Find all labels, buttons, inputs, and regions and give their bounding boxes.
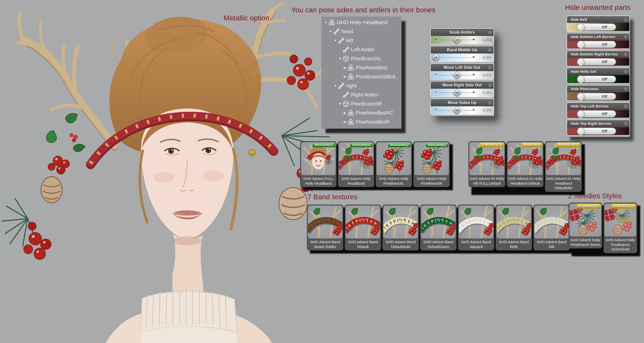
wearable-thumbnail[interactable]: Wearable(s)GHD Advent Holly PineBranchR	[413, 141, 450, 187]
toggle-knob[interactable]	[577, 23, 585, 31]
material-thumbnail[interactable]: H.Material(s)GHD Advent 01 Holly Headban…	[545, 141, 582, 192]
bone-tree-label: PineBranchSBHL	[356, 74, 397, 80]
gear-icon[interactable]: ⚙	[488, 100, 492, 105]
toggle-switch[interactable]: Off	[577, 110, 616, 117]
slider-handle[interactable]	[453, 107, 461, 114]
band-texture-thumbnail[interactable]: GHD Advent Band Silk	[533, 205, 570, 251]
scene-hierarchy-panel: ▼GHD Holly Headband▼head▼leftLeft Antler…	[321, 17, 401, 129]
gear-icon[interactable]: ⚙	[624, 86, 628, 91]
thumbnail-label: GHD Advent Band DefaultGold	[383, 238, 418, 249]
tree-expand-arrow[interactable]: ▼	[333, 84, 338, 87]
slider-plus-button[interactable]: +	[472, 55, 475, 60]
slider-value: 0.0%	[483, 55, 491, 60]
toggle-state: Off	[602, 112, 607, 116]
wearable-thumbnail[interactable]: Wearable(s)GHD Advent Holly PineBranchL	[376, 141, 412, 187]
toggle-knob[interactable]	[577, 41, 585, 48]
bone-tree-item[interactable]: ▼left	[321, 36, 401, 45]
toggle-track: Off	[567, 58, 629, 66]
band-texture-thumbnail[interactable]: GHD Advent Band Beads RedGr	[307, 205, 343, 251]
bone-tree-item[interactable]: Left Antler	[321, 45, 401, 54]
slider-handle[interactable]	[453, 36, 461, 44]
slider-plus-button[interactable]: +	[472, 107, 475, 112]
group-icon	[347, 119, 354, 125]
bone-tree-item[interactable]: ▶PineNeedlesRC	[321, 108, 401, 117]
toggle-label: Hide Holly Set	[567, 69, 596, 74]
slider-minus-button[interactable]: −	[435, 107, 437, 112]
bone-tree-item[interactable]: ▼PineBranchR	[321, 99, 401, 108]
tree-expand-arrow[interactable]: ▼	[333, 39, 338, 42]
slider-plus-button[interactable]: +	[472, 72, 475, 77]
tree-expand-arrow[interactable]: ▼	[324, 21, 328, 24]
band-texture-thumbnail[interactable]: GHD Advent Band DefaultGold	[382, 205, 419, 251]
toggle-switch[interactable]: Off	[577, 128, 616, 135]
bone-tree-item[interactable]: Right Antler	[321, 90, 401, 99]
slider-minus-button[interactable]: −	[435, 90, 437, 95]
gear-icon[interactable]: ⚙	[624, 104, 628, 109]
slider-track[interactable]: −+0.0%	[431, 71, 494, 79]
needles-style-thumbnail[interactable]: H.Material(s)GHD Advent Holly PineBranch…	[569, 203, 602, 249]
material-thumbnail[interactable]: H.Material(s)GHD Advent 00 Holly HB FULL…	[468, 141, 505, 187]
slider-minus-button[interactable]: −	[435, 72, 437, 77]
gear-icon[interactable]: ⚙	[488, 30, 492, 35]
slider-minus-button[interactable]: −	[435, 37, 437, 42]
wearable-thumbnail[interactable]: Wearable(s)GHD Advent Holly HeadBand	[338, 141, 374, 187]
band-texture-thumbnail[interactable]: GHD Advent Band DefaultGreen	[420, 205, 457, 251]
material-thumbnail[interactable]: Material(s)GHD Advent 01 Holly Headband …	[507, 141, 544, 187]
gear-icon[interactable]: ⚙	[488, 83, 492, 87]
toggle-knob[interactable]	[577, 110, 585, 118]
slider-handle[interactable]	[453, 89, 461, 96]
bone-tree-item[interactable]: ▼GHD Holly Headband	[321, 18, 401, 27]
bone-tree-item[interactable]: ▶PineNeedlesR	[321, 117, 401, 126]
toggle-switch[interactable]: Off	[577, 41, 616, 48]
toggle-knob[interactable]	[577, 75, 585, 83]
thumbnail-label: GHD Advent 01 Holly Headband Default	[508, 175, 543, 186]
gear-icon[interactable]: ⚙	[488, 65, 492, 70]
tree-expand-arrow[interactable]: ▶	[343, 66, 347, 69]
toggle-switch[interactable]: Off	[577, 93, 616, 100]
slider-track[interactable]: −+0.0%	[431, 36, 494, 44]
tree-expand-arrow[interactable]: ▶	[343, 111, 347, 115]
thumbnail-image: H.Material(s)	[605, 204, 636, 236]
gear-icon[interactable]: ⚙	[624, 34, 628, 39]
needles-style-thumbnail[interactable]: H.Material(s)GHD Advent Holly PineBranch…	[603, 203, 637, 253]
band-texture-thumbnail[interactable]: GHD Advent Band Jaquard	[458, 205, 494, 251]
cube-icon	[343, 55, 349, 62]
thumbnail-type-banner: Wearable(s)	[313, 143, 335, 147]
slider-plus-button[interactable]: +	[472, 90, 475, 95]
toggle-knob[interactable]	[577, 58, 585, 66]
gear-icon[interactable]: ⚙	[488, 47, 492, 52]
gear-icon[interactable]: ⚙	[624, 121, 628, 126]
gear-icon[interactable]: ⚙	[624, 17, 628, 22]
tree-expand-arrow[interactable]: ▼	[338, 57, 342, 60]
slider-track[interactable]: −+0.0%	[431, 106, 494, 114]
toggle-header: Hide Holly Set⚙	[567, 68, 629, 75]
gear-icon[interactable]: ⚙	[624, 52, 628, 57]
bone-tree-label: head	[341, 28, 353, 34]
toggle-knob[interactable]	[577, 127, 585, 135]
gear-icon[interactable]: ⚙	[624, 69, 628, 74]
tree-expand-arrow[interactable]: ▶	[343, 120, 347, 124]
tree-expand-arrow[interactable]: ▶	[343, 75, 347, 78]
slider-track[interactable]: −+0.0%	[431, 89, 494, 97]
slider-handle[interactable]	[432, 54, 439, 61]
slider-handle[interactable]	[453, 71, 461, 79]
band-texture-thumbnail[interactable]: GHD Advent Band Default	[345, 205, 381, 251]
pose-slider: Move Right Side Out⚙−+0.0%	[430, 81, 494, 97]
toggle-knob[interactable]	[577, 93, 585, 101]
tree-expand-arrow[interactable]: ▼	[338, 102, 342, 106]
tree-expand-arrow[interactable]: ▼	[328, 30, 333, 33]
toggle-switch[interactable]: Off	[577, 24, 616, 31]
slider-track[interactable]: −+0.0%	[431, 54, 494, 62]
bone-tree-item[interactable]: ▼PineBranchL	[321, 54, 401, 63]
bone-tree-label: PineNeedlesRC	[356, 110, 393, 116]
toggle-switch[interactable]: Off	[577, 58, 616, 65]
bone-tree-item[interactable]: ▶PineBranchSBHL	[321, 72, 401, 81]
character-render	[0, 0, 337, 343]
slider-plus-button[interactable]: +	[472, 37, 475, 42]
toggle-switch[interactable]: Off	[577, 76, 616, 83]
band-texture-thumbnail[interactable]: GHD Advent Band Rolls	[496, 205, 532, 251]
bone-tree-item[interactable]: ▼head	[321, 27, 401, 36]
wearable-thumbnail[interactable]: Wearable(s)GHD Advent FULL Holly HeadBan…	[300, 141, 337, 187]
bone-tree-item[interactable]: ▼right	[321, 81, 401, 90]
bone-tree-item[interactable]: ▶PineNeedlesL	[321, 63, 401, 72]
